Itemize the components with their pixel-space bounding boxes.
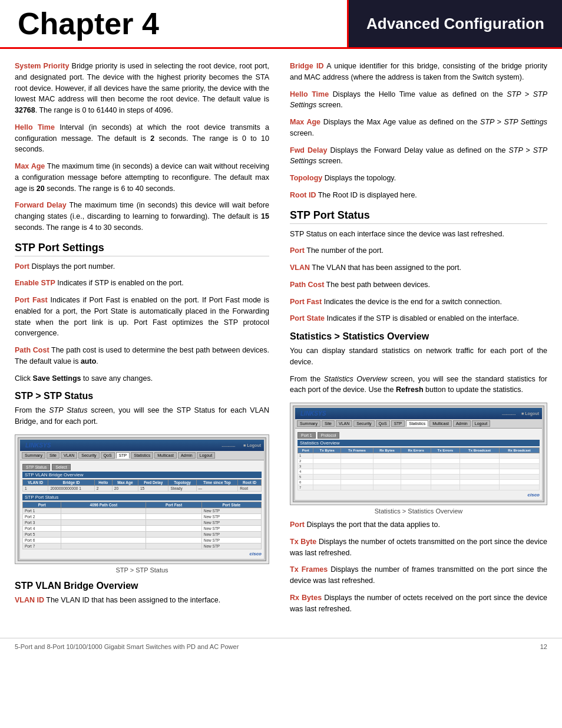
stp-status-heading: STP > STP Status (15, 391, 269, 401)
stats-ss-protocol-btn[interactable]: Protocol (318, 432, 340, 439)
stats-ss-nav: Summary Site VLAN Security QoS STP Stati… (295, 419, 542, 429)
click-save-para: Click Save Settings to save any changes. (15, 373, 269, 384)
topology-para: Topology Displays the topology. (290, 173, 547, 184)
stp-ss-port-row-4: Port 4New STP (23, 525, 262, 531)
stats-ss-overview-table: Port Tx Bytes Tx Frames Rx Bytes Rx Erro… (297, 447, 540, 490)
stats-ss-col-txerrors: Tx Errors (431, 448, 459, 453)
stats-ss-nav-multicast[interactable]: Multicast (429, 420, 452, 427)
stp-ss-port-col-pathcost: 4096 Path Cost (61, 502, 146, 508)
term-path-cost-left: Path Cost (15, 346, 49, 354)
left-column: System Priority Bridge priority is used … (0, 61, 281, 620)
stp-ss-port-row-5: Port 5New STP (23, 531, 262, 537)
term-port-left: Port (15, 262, 29, 271)
stp-ss-bridge-table: VLAN ID Bridge ID Hello Max Age Fwd Dela… (22, 479, 262, 492)
stp-ss-port-row-6: Port 6New STP (23, 537, 262, 543)
page-footer: 5-Port and 8-Port 10/100/1000 Gigabit Sm… (0, 638, 562, 655)
stats-ss-nav-site[interactable]: Site (322, 420, 335, 427)
stp-ss-val-topology: Steady (168, 485, 196, 491)
hello-time-left-para: Hello Time Interval (in seconds) at whic… (15, 122, 269, 155)
stats-ss-col-port: Port (298, 448, 313, 453)
port-left-para: Port Displays the port number. (15, 261, 269, 272)
footer-left: 5-Port and 8-Port 10/100/1000 Gigabit Sm… (15, 643, 239, 650)
stp-ss-col-topology: Topology (168, 479, 196, 485)
stp-ss-col-fwd: Fwd Delay (138, 479, 168, 485)
stp-ss-nav-admin[interactable]: Admin (178, 452, 196, 459)
stats-ss-nav-qos[interactable]: QoS (376, 420, 390, 427)
rx-bytes-para: Rx Bytes Displays the number of octets r… (290, 592, 547, 615)
term-hello-time-left: Hello Time (15, 123, 55, 131)
term-vlan-right: VLAN (290, 263, 310, 272)
stats-ss-row-1: 1 (298, 453, 540, 459)
bridge-id-para: Bridge ID A unique identifier for this b… (290, 61, 547, 83)
stp-ss-nav-logout[interactable]: Logout (197, 452, 215, 459)
stats-ss-nav-vlan[interactable]: VLAN (336, 420, 352, 427)
stp-ss-nav-site[interactable]: Site (47, 452, 59, 459)
stp-ss-nav-stp[interactable]: STP (116, 452, 130, 459)
stp-ss-val-maxage: 20 (112, 485, 138, 491)
stp-ss-nav-multicast[interactable]: Multicast (154, 452, 177, 459)
system-priority-para: System Priority Bridge priority is used … (15, 61, 269, 116)
stp-port-status-para: STP Status on each interface since the d… (290, 229, 547, 240)
port-state-para: Port State Indicates if the STP is disab… (290, 313, 547, 324)
term-forward-delay: Forward Delay (15, 201, 67, 209)
stp-ss-col-maxage: Max Age (112, 479, 138, 485)
stp-ss-port-col-portfast: Port Fast (146, 502, 201, 508)
stp-port-settings-heading: STP Port Settings (15, 242, 269, 256)
stp-ss-port-title: STP Port Status (22, 494, 262, 500)
stp-ss-logo: LINKSYS (23, 441, 53, 450)
fwd-delay-para: Fwd Delay Displays the Forward Delay val… (290, 145, 547, 167)
term-tx-byte: Tx Byte (290, 538, 316, 546)
stats-ss-nav-security[interactable]: Security (353, 420, 374, 427)
stats-ss-nav-stp[interactable]: STP (391, 420, 405, 427)
stp-ss-connection: ............ ■ Logout (222, 443, 261, 447)
stp-screenshot-box: LINKSYS ............ ■ Logout Summary Si… (15, 434, 269, 564)
stats-ss-nav-summary[interactable]: Summary (297, 420, 320, 427)
term-port-fast-left: Port Fast (15, 296, 48, 304)
stats-ss-port1-btn[interactable]: Port 1 (297, 432, 316, 439)
stp-ss-port-row-1: Port 1New STP (23, 508, 262, 513)
stats-ss-col-txframes: Tx Frames (341, 448, 373, 453)
term-root-id: Root ID (290, 191, 316, 199)
stats-ss-overview-title: Statistics Overview (297, 440, 540, 446)
term-port-stats: Port (290, 521, 305, 529)
stp-ss-nav-security[interactable]: Security (78, 452, 99, 459)
stats-ss-col-rxbroadcast: Rx Broadcast (499, 448, 539, 453)
stats-ss-row-5: 5 (298, 475, 540, 480)
stp-ss-val-rootid: Root (238, 485, 262, 491)
stp-ss-col-rootid: Root ID (238, 479, 262, 485)
stp-ss-nav-statistics[interactable]: Statistics (131, 452, 153, 459)
stats-ss-nav-statistics[interactable]: Statistics (406, 420, 428, 427)
stp-ss-stpstatus-btn[interactable]: STP Status (22, 464, 50, 470)
stp-ss-port-row-7: Port 7New STP (23, 543, 262, 549)
tx-byte-para: Tx Byte Displays the number of octets tr… (290, 536, 547, 559)
stp-ss-header: LINKSYS ............ ■ Logout (20, 440, 264, 451)
stp-screenshot-inner: LINKSYS ............ ■ Logout Summary Si… (18, 437, 266, 561)
stats-ss-col-txbroadcast: Tx Broadcast (460, 448, 500, 453)
vlan-right-para: VLAN The VLAN that has been assigned to … (290, 262, 547, 274)
stp-ss-bridge-title: STP VLAN Bridge Overview (22, 472, 262, 478)
stp-ss-nav-qos[interactable]: QoS (101, 452, 115, 459)
term-port-fast-right: Port Fast (290, 298, 322, 306)
stats-ss-header-row: Port Tx Bytes Tx Frames Rx Bytes Rx Erro… (298, 448, 540, 453)
stats-ss-button-row: Port 1 Protocol (297, 432, 540, 439)
stp-ss-nav-summary[interactable]: Summary (22, 452, 45, 459)
stats-overview-para2: From the Statistics Overview screen, you… (290, 374, 547, 396)
root-id-para: Root ID The Root ID is displayed here. (290, 190, 547, 201)
term-rx-bytes: Rx Bytes (290, 594, 322, 602)
stats-ss-nav-admin[interactable]: Admin (453, 420, 471, 427)
stats-ss-row-3: 3 (298, 464, 540, 469)
stp-ss-content: STP Status Select STP VLAN Bridge Overvi… (20, 460, 264, 559)
stats-overview-heading: Statistics > Statistics Overview (290, 331, 547, 342)
stats-ss-row-4: 4 (298, 469, 540, 475)
stp-ss-nav-vlan[interactable]: VLAN (61, 452, 77, 459)
stats-ss-row-2: 2 (298, 459, 540, 464)
stp-ss-val-fwd: 15 (138, 485, 168, 491)
term-system-priority: System Priority (15, 62, 69, 70)
max-age-left-para: Max Age The maximum time (in seconds) a … (15, 161, 269, 194)
stp-ss-select-btn[interactable]: Select (52, 464, 70, 470)
stats-ss-row-6: 6 (298, 480, 540, 485)
stp-ss-col-bridgeid: Bridge ID (48, 479, 94, 485)
right-column: Bridge ID A unique identifier for this b… (281, 61, 562, 620)
stats-ss-nav-logout[interactable]: Logout (472, 420, 490, 427)
stp-ss-port-col-port: Port (23, 502, 61, 508)
